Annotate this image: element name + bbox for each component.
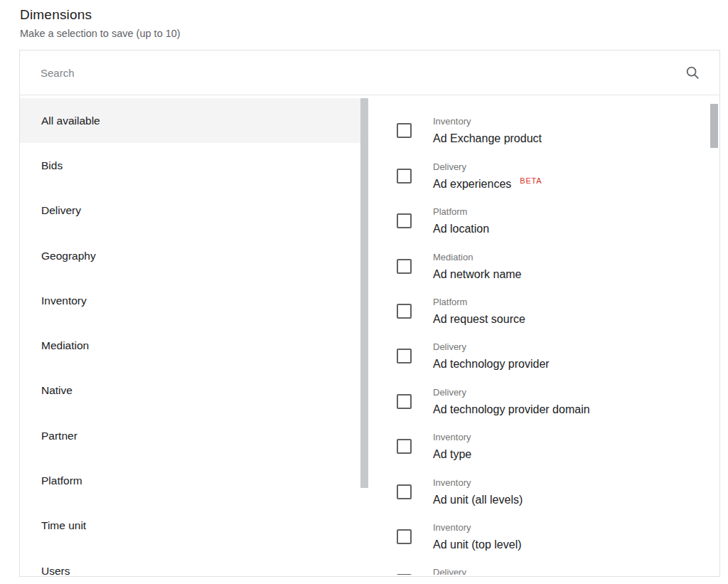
dimension-category: Mediation — [433, 253, 522, 262]
sidebar-item-all-available[interactable]: All available — [20, 98, 368, 143]
checkbox[interactable] — [397, 123, 412, 138]
checkbox[interactable] — [397, 304, 412, 319]
list-item[interactable]: Platform Ad location — [368, 197, 719, 242]
sidebar-item-bids[interactable]: Bids — [20, 143, 368, 188]
dimension-category: Inventory — [433, 478, 523, 487]
dimension-label: Ad request source — [433, 314, 525, 325]
list-scrollbar-thumb[interactable] — [710, 104, 718, 148]
checkbox[interactable] — [397, 394, 412, 409]
search-icon[interactable] — [685, 65, 700, 80]
sidebar-item-native[interactable]: Native — [20, 368, 368, 413]
sidebar-item-time-unit[interactable]: Time unit — [20, 504, 368, 548]
dimension-label: Ad Exchange product — [433, 133, 542, 144]
sidebar-item-platform[interactable]: Platform — [20, 458, 368, 503]
list-item[interactable]: Delivery Ad technology provider — [368, 332, 719, 377]
page-subtitle: Make a selection to save (up to 10) — [20, 28, 181, 39]
dimension-label: Ad experiencesBETA — [433, 179, 542, 191]
list-item[interactable]: Delivery Ad technology provider domain — [368, 378, 719, 423]
sidebar-scrollbar-thumb[interactable] — [360, 98, 368, 488]
sidebar-item-inventory[interactable]: Inventory — [20, 278, 368, 323]
dimension-label: Ad network name — [433, 269, 522, 280]
dimension-label: Ad technology provider — [433, 359, 550, 370]
dimension-category: Delivery — [433, 162, 542, 171]
dialog-content: All available Bids Delivery Geography In… — [20, 95, 719, 575]
list-item[interactable]: Inventory Ad unit (all levels) — [368, 468, 719, 513]
search-bar — [20, 51, 719, 95]
dimension-label: Ad unit (all levels) — [433, 494, 523, 506]
checkbox[interactable] — [397, 169, 412, 184]
checkbox[interactable] — [397, 484, 412, 499]
dimension-label: Ad type — [433, 449, 471, 460]
sidebar-item-mediation[interactable]: Mediation — [20, 323, 368, 368]
dimension-list: Active View measurement source Inventory… — [368, 95, 719, 575]
list-item[interactable]: Mediation Ad network name — [368, 243, 719, 287]
sidebar-item-delivery[interactable]: Delivery — [20, 189, 368, 233]
beta-badge: BETA — [520, 176, 542, 185]
dimension-category: Inventory — [433, 117, 542, 126]
dimensions-dialog: All available Bids Delivery Geography In… — [19, 50, 720, 577]
list-item[interactable]: Active View measurement source — [368, 95, 719, 107]
checkbox[interactable] — [397, 349, 412, 363]
sidebar-item-users[interactable]: Users — [20, 548, 368, 584]
list-item[interactable]: Inventory Ad Exchange product — [368, 107, 719, 152]
checkbox[interactable] — [397, 574, 412, 575]
list-item[interactable]: Inventory Ad unit (top level) — [368, 513, 719, 558]
dimension-category: Platform — [433, 207, 489, 216]
category-sidebar: All available Bids Delivery Geography In… — [20, 95, 368, 575]
dimension-category: Inventory — [433, 432, 471, 442]
dimension-category: Platform — [433, 297, 525, 307]
search-input[interactable] — [41, 67, 685, 79]
checkbox[interactable] — [397, 439, 412, 454]
sidebar-item-partner[interactable]: Partner — [20, 413, 368, 458]
sidebar-item-geography[interactable]: Geography — [20, 233, 368, 278]
checkbox[interactable] — [397, 259, 412, 274]
dialog-header: Dimensions Make a selection to save (up … — [20, 7, 181, 39]
dimension-label: Ad location — [433, 223, 489, 235]
dimension-label: Ad unit (top level) — [433, 539, 522, 551]
list-item[interactable]: Platform Ad request source — [368, 287, 719, 332]
page-title: Dimensions — [20, 7, 181, 23]
dimension-category: Delivery — [433, 388, 590, 397]
list-item[interactable]: Delivery — [368, 558, 719, 575]
dimension-category: Delivery — [433, 568, 466, 575]
list-item[interactable]: Delivery Ad experiencesBETA — [368, 152, 719, 197]
dimension-category: Inventory — [433, 523, 522, 532]
list-item[interactable]: Inventory Ad type — [368, 423, 719, 467]
dimension-label: Ad technology provider domain — [433, 404, 590, 415]
checkbox[interactable] — [397, 213, 412, 228]
dimension-category: Delivery — [433, 342, 550, 351]
checkbox[interactable] — [397, 529, 412, 544]
